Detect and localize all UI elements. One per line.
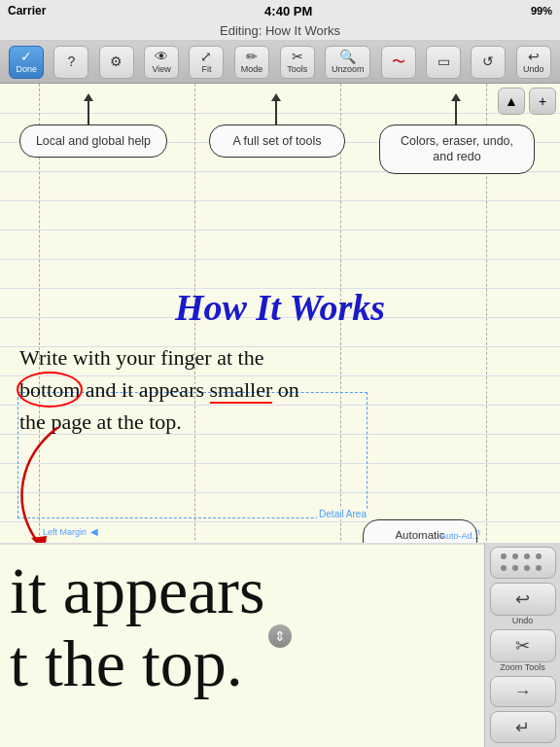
top-right-buttons: ▲ + (498, 88, 556, 115)
arrowhead-left (84, 93, 93, 101)
wave-icon: 〜 (392, 54, 405, 68)
handwriting-and-appears: and it appears (86, 377, 210, 402)
rect-icon: ▭ (438, 54, 450, 68)
arrowhead-right (451, 93, 461, 101)
smaller-word: smaller (210, 377, 273, 404)
main-content: Local and global help A full set of tool… (0, 84, 560, 747)
panel-undo-label: Undo (512, 616, 534, 625)
bottom-line1: it appears (10, 554, 474, 627)
arrowhead-center (271, 93, 281, 101)
main-title: How It Works (0, 286, 560, 329)
tools-label: Tools (287, 64, 307, 74)
eye-icon: 👁 (155, 50, 168, 63)
pencil-icon: ✏ (246, 50, 258, 63)
wave-button[interactable]: 〜 (381, 46, 416, 79)
arrow-to-center-bubble (275, 97, 277, 124)
undo-button[interactable]: ↩ Undo (516, 46, 551, 79)
refresh-icon: ↺ (482, 54, 494, 68)
handwriting-line3: the page at the top. (19, 406, 541, 438)
view-button[interactable]: 👁 View (144, 46, 179, 79)
arrow-to-left-bubble (88, 97, 89, 124)
colors-eraser-bubble: Colors, eraser, undo, and redo (379, 124, 535, 174)
panel-arrow-return-button[interactable]: ↵ (490, 711, 556, 743)
auto-adv-label: Auto-Ad... (440, 531, 479, 541)
done-label: Done (16, 64, 37, 74)
unzoom-label: Unzoom (332, 64, 365, 74)
zoom-tools-label: Zoom Tools (500, 662, 544, 672)
help-icon: ? (68, 54, 76, 68)
handwriting-line1: Write with your finger at the (19, 341, 541, 374)
handwriting-line2: bottom and it appears smaller on (19, 374, 541, 406)
gear-icon: ⚙ (110, 54, 122, 68)
zoom-tools-icon: ✂ (515, 635, 530, 657)
fit-icon: ⤢ (200, 50, 212, 63)
scroll-icon: ⇕ (274, 628, 286, 644)
plus-icon: + (539, 93, 546, 109)
toolbar: ✓ Done ? ⚙ 👁 View ⤢ Fit ✏ Mode ✂ Tools 🔍… (0, 41, 560, 84)
detail-area-label: Detail Area (317, 509, 368, 519)
panel-arrow-right-button[interactable]: → (490, 676, 556, 708)
right-panel: ↩ Undo ✂ Zoom Tools → ↵ (484, 543, 560, 747)
keyboard-dots-button[interactable] (490, 547, 556, 579)
carrier-text: Carrier (8, 4, 46, 18)
full-set-tools-bubble: A full set of tools (209, 124, 345, 158)
undo-icon: ↩ (528, 50, 540, 63)
help-button[interactable]: ? (53, 46, 88, 79)
panel-undo-button[interactable]: ↩ (490, 583, 556, 616)
up-icon: ▲ (505, 93, 518, 109)
arrow-right-icon: → (514, 682, 532, 702)
rect-button[interactable]: ▭ (426, 46, 461, 79)
scroll-up-button[interactable]: ▲ (498, 88, 525, 115)
handwriting-area: Write with your finger at the bottom and… (19, 341, 541, 438)
arrow-to-right-bubble (455, 97, 457, 124)
unzoom-button[interactable]: 🔍 Unzoom (325, 46, 371, 79)
mode-button[interactable]: ✏ Mode (234, 46, 270, 79)
settings-button[interactable]: ⚙ (99, 46, 134, 79)
bottom-word: bottom (19, 374, 80, 406)
checkmark-icon: ✓ (20, 50, 32, 63)
handwriting-on: on (272, 377, 299, 402)
zoom-tools-button[interactable]: ✂ (490, 629, 556, 662)
edit-title: Editing: How It Works (0, 21, 560, 41)
mode-label: Mode (241, 64, 263, 74)
magnify-icon: 🔍 (339, 50, 356, 63)
refresh-button[interactable]: ↺ (471, 46, 506, 79)
bottom-line2: t the top. (10, 627, 474, 700)
done-button[interactable]: ✓ Done (9, 46, 44, 79)
status-bar: Carrier 4:40 PM 99% (0, 0, 560, 21)
local-global-help-bubble: Local and global help (19, 124, 167, 158)
panel-undo-icon: ↩ (515, 588, 530, 610)
tools-button[interactable]: ✂ Tools (280, 46, 315, 79)
undo-label: Undo (523, 64, 544, 74)
left-margin-label: Left Margin ◀ (43, 521, 98, 539)
battery-text: 99% (531, 5, 552, 17)
fit-button[interactable]: ⤢ Fit (189, 46, 224, 79)
view-label: View (152, 64, 170, 74)
bottom-writing-text: it appears t the top. (0, 545, 484, 700)
fit-label: Fit (201, 64, 211, 74)
time-text: 4:40 PM (264, 4, 312, 18)
bottom-writing-area: it appears t the top. (0, 543, 484, 747)
scroll-indicator[interactable]: ⇕ (268, 624, 292, 648)
add-button[interactable]: + (529, 88, 556, 115)
arrow-return-icon: ↵ (515, 717, 530, 738)
scissors-icon: ✂ (292, 50, 303, 63)
